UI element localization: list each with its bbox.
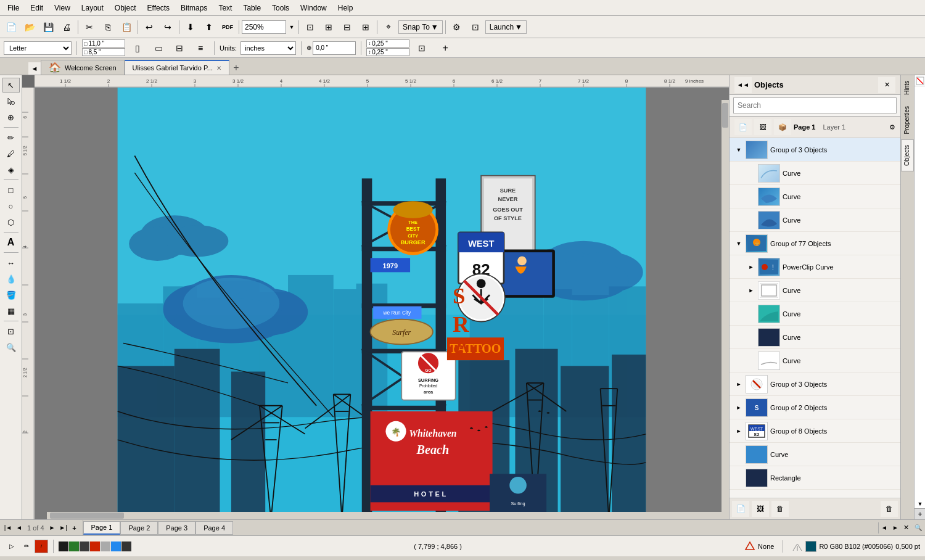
swatch-black[interactable] [59, 541, 68, 551]
vertical-scrollbar[interactable] [722, 100, 729, 512]
obj-row-curve-teal[interactable]: Curve [730, 302, 900, 326]
zoom-tool-button[interactable]: 🔍 [2, 340, 20, 355]
snap-to-button[interactable]: Snap To ▼ [398, 20, 443, 34]
add-page-button[interactable]: + [437, 40, 454, 56]
panel-btn1[interactable]: 📄 [732, 501, 749, 517]
tab-document[interactable]: Ulisses Gabriel Tarvido P... ✕ [125, 60, 229, 75]
view-scroll-left[interactable]: ◄ [879, 522, 890, 533]
swatch-red[interactable] [90, 541, 100, 551]
page-tab-3[interactable]: Page 3 [158, 521, 195, 535]
menu-layout[interactable]: Layout [76, 2, 109, 14]
pen-tool-button[interactable]: 🖊 [2, 146, 20, 161]
panel-trash[interactable]: 🗑 [881, 501, 898, 517]
tab-welcome[interactable]: 🏠 Welcome Screen [41, 60, 125, 75]
tab-close-button[interactable]: ✕ [216, 65, 221, 72]
canvas-content[interactable]: SURE NEVER GOES OUT OF STYLE WEST 82 [35, 88, 729, 519]
obj-row-curve-white[interactable]: ► Curve [730, 279, 900, 302]
menu-effects[interactable]: Effects [142, 2, 175, 14]
panel-close-button[interactable]: ✕ [878, 77, 895, 93]
height-input[interactable]: □ 8,5 " [82, 48, 125, 56]
menu-window[interactable]: Window [295, 2, 332, 14]
zoom-dropdown[interactable]: ▼ [287, 19, 296, 35]
expand-arrow-group3b[interactable]: ► [734, 380, 743, 389]
menu-bitmaps[interactable]: Bitmaps [176, 2, 212, 14]
status-tool2[interactable]: ✏ [20, 540, 33, 553]
search-input[interactable] [733, 97, 897, 113]
polygon-tool-button[interactable]: ⬡ [2, 215, 20, 229]
page-prev-button[interactable]: ◄ [14, 522, 25, 533]
current-color-swatch[interactable] [805, 541, 816, 552]
tab-arrow-left[interactable]: ◄ [28, 62, 41, 75]
obj-row-group2[interactable]: ► S Group of 2 Objects [730, 396, 900, 419]
ellipse-tool-button[interactable]: ○ [2, 199, 20, 213]
expand-arrow-powerclip[interactable]: ► [747, 263, 755, 271]
new-button[interactable]: 📄 [2, 19, 20, 35]
rectangle-tool-button[interactable]: □ [2, 183, 20, 197]
x-input[interactable]: 0,0 " [313, 41, 356, 55]
menu-text[interactable]: Text [213, 2, 237, 14]
fit-page-button[interactable]: ⊡ [302, 19, 319, 35]
canvas-close-btn[interactable]: ✕ [901, 524, 911, 532]
menu-table[interactable]: Table [238, 2, 266, 14]
obj-row-curve-navy[interactable]: Curve [730, 326, 900, 349]
swatch-dark-green[interactable] [69, 541, 79, 551]
obj-row-powerclip[interactable]: ► ! PowerClip Curve [730, 255, 900, 279]
nudge1-input[interactable]: ↕ 0,25 " [366, 39, 409, 47]
zoom-input[interactable]: 250% [242, 20, 286, 34]
menu-edit[interactable]: Edit [25, 2, 48, 14]
obj-row-curve1[interactable]: Curve [730, 162, 900, 185]
print-button[interactable]: 🖨 [58, 19, 75, 35]
portrait-button[interactable]: ▯ [129, 40, 146, 56]
redo-button[interactable]: ↪ [159, 19, 176, 35]
selection-tool-button[interactable]: ↖ [2, 78, 20, 93]
tab-add-button[interactable]: + [229, 61, 243, 75]
nudge2-input[interactable]: ↕ 0,25 " [366, 48, 409, 56]
page-tab-2[interactable]: Page 2 [120, 521, 158, 535]
status-color-red[interactable]: / [35, 540, 48, 553]
page-layout-button[interactable]: ⊟ [171, 40, 188, 56]
no-color-button[interactable] [915, 75, 925, 86]
obj-row-curve-light[interactable]: Curve [730, 349, 900, 373]
horizontal-scrollbar[interactable] [47, 512, 722, 519]
landscape-button[interactable]: ▭ [150, 40, 167, 56]
fill-tool-button[interactable]: 🪣 [2, 287, 20, 302]
properties-tab[interactable]: Properties [901, 101, 914, 140]
obj-row-curve3[interactable]: Curve [730, 208, 900, 232]
swatch-charcoal[interactable] [121, 541, 131, 551]
panel-btn2[interactable]: 🖼 [752, 501, 769, 517]
expand-arrow-group3[interactable]: ▼ [734, 146, 743, 154]
obj-row-rect[interactable]: Rectangle [730, 466, 900, 490]
swatch-dark[interactable] [80, 541, 89, 551]
panel-arrow-left[interactable]: ◄◄ [734, 77, 752, 93]
cut-button[interactable]: ✂ [81, 19, 98, 35]
page-first-button[interactable]: |◄ [2, 522, 14, 533]
menu-file[interactable]: File [2, 2, 24, 14]
panel-btn3[interactable]: 🗑 [771, 501, 789, 517]
page-next-button[interactable]: ► [47, 522, 58, 533]
connector-tool-button[interactable]: ↔ [2, 255, 20, 270]
swatch-blue[interactable] [111, 541, 121, 551]
copy-button[interactable]: ⎘ [99, 19, 117, 35]
proportional-button[interactable]: ⊡ [413, 40, 430, 56]
view-scroll-right[interactable]: ► [890, 522, 901, 533]
color-more-button[interactable]: ▼ [915, 86, 925, 508]
crop-tool-button[interactable]: ⊡ [2, 324, 20, 339]
scrollbar-thumb-v[interactable] [722, 103, 728, 128]
open-button[interactable]: 📂 [21, 19, 38, 35]
obj-row-group77[interactable]: ▼ 🍔 Group of 77 Objects [730, 232, 900, 255]
page-last-button[interactable]: ►| [58, 522, 69, 533]
zoom-fit-button[interactable]: 🔍 [911, 522, 925, 533]
pattern-tool-button[interactable]: ▦ [2, 303, 20, 318]
save-button[interactable]: 💾 [39, 19, 57, 35]
expand-arrow-group77[interactable]: ▼ [734, 239, 743, 248]
paper-size-select[interactable]: Letter [4, 41, 72, 55]
status-tool1[interactable]: ▷ [5, 540, 18, 553]
grid-button[interactable]: ⊞ [357, 19, 374, 35]
pdf-button[interactable]: PDF [219, 19, 236, 35]
import-button[interactable]: ⬇ [182, 19, 199, 35]
page-tab-4[interactable]: Page 4 [195, 521, 233, 535]
paste-button[interactable]: 📋 [118, 19, 135, 35]
align-button[interactable]: ≡ [192, 40, 209, 56]
obj-row-curve-blue[interactable]: Curve [730, 443, 900, 466]
menu-view[interactable]: View [49, 2, 75, 14]
